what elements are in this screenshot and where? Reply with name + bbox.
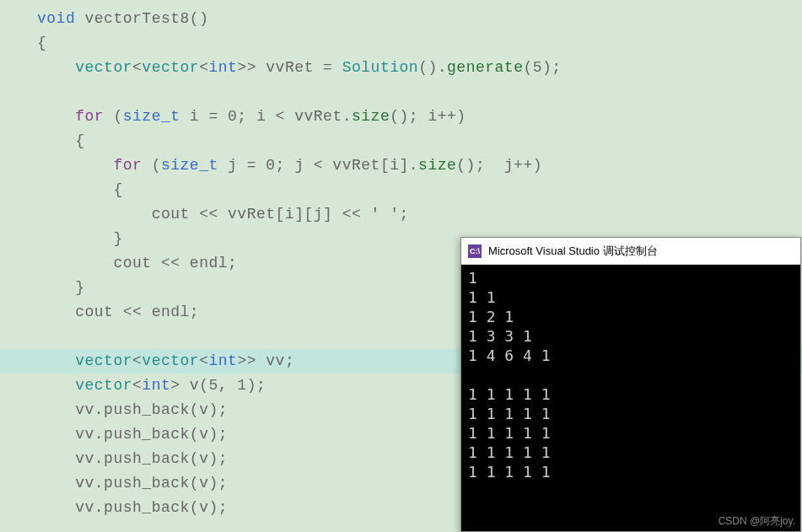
code-line: for (size_t j = 0; j < vvRet[i].size(); … (0, 153, 802, 178)
watermark: CSDN @阿亮joy. (719, 514, 795, 529)
console-icon: C:\ (468, 245, 482, 258)
console-title-bar[interactable]: C:\ Microsoft Visual Studio 调试控制台 (461, 238, 800, 265)
keyword: void (37, 10, 75, 27)
code-line: for (size_t i = 0; i < vvRet.size(); i++… (0, 105, 802, 129)
code-line: vector<vector<int>> vvRet = Solution().g… (0, 56, 802, 80)
code-line: cout << vvRet[i][j] << ' '; (0, 202, 802, 227)
code-line (0, 80, 802, 105)
code-line: { (0, 129, 802, 153)
console-output[interactable]: 1 1 1 1 2 1 1 3 3 1 1 4 6 4 1 1 1 1 1 1 … (461, 265, 800, 531)
code-line: void vectorTest8() (0, 7, 802, 31)
console-window[interactable]: C:\ Microsoft Visual Studio 调试控制台 1 1 1 … (460, 237, 801, 532)
fn-name: vectorTest8() (75, 10, 208, 27)
code-line: { (0, 178, 802, 202)
console-title: Microsoft Visual Studio 调试控制台 (488, 244, 658, 259)
code-line: { (0, 31, 802, 56)
